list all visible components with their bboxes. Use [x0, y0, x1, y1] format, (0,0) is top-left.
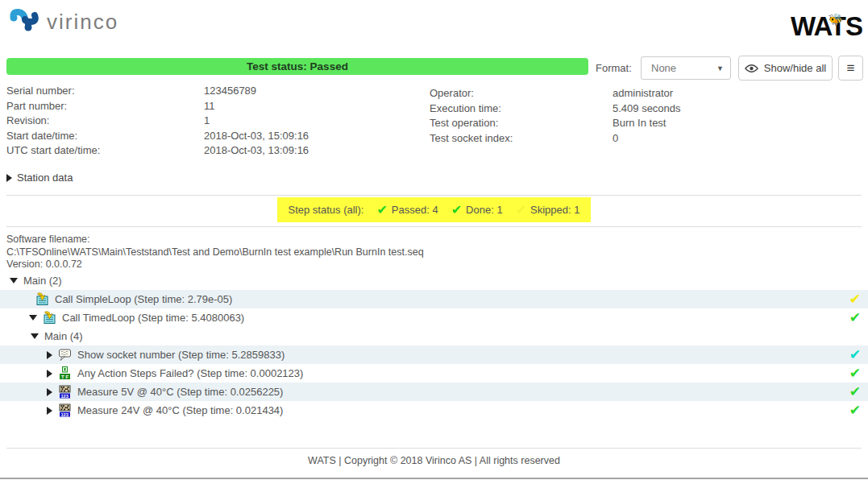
- format-dropdown-value: None: [651, 62, 676, 74]
- numeric-limit-test-icon: 123: [58, 403, 72, 417]
- group-label: Main (4): [44, 330, 83, 342]
- expand-arrow-icon[interactable]: [47, 370, 52, 378]
- sequence-call-icon: [35, 292, 49, 306]
- expand-arrow-icon[interactable]: [47, 407, 52, 415]
- svg-text:123: 123: [61, 394, 69, 399]
- tree-step-any-action-steps-failed[interactable]: T F Any Action Steps Failed? (Step time:…: [0, 364, 868, 383]
- report-page: virinco 🐝 WATS Test status: Passed Forma…: [0, 0, 868, 484]
- status-check-done: ✔: [849, 347, 861, 362]
- start-datetime-label: Start date/time:: [6, 129, 204, 144]
- station-data-label: Station data: [17, 172, 73, 184]
- step-label: Call SimpleLoop (Step time: 2.79e-05): [55, 293, 232, 305]
- format-dropdown[interactable]: None ▼: [641, 56, 731, 80]
- revision-label: Revision:: [6, 114, 204, 129]
- info-row: Execution time:5.409 seconds: [430, 101, 681, 117]
- numeric-limit-test-icon: 123: [58, 385, 72, 399]
- show-hide-all-label: Show/hide all: [764, 62, 826, 74]
- collapse-arrow-icon[interactable]: [10, 278, 18, 283]
- svg-text:123: 123: [61, 412, 69, 417]
- info-row: Test operation:Burn In test: [430, 116, 666, 131]
- step-status-passed: ✔ Passed: 4: [376, 204, 438, 217]
- step-label: Measure 24V @ 40°C (Step time: 0.021434): [77, 404, 283, 416]
- revision-value: 1: [204, 114, 210, 126]
- footer-copyright: WATS | Copyright © 2018 Virinco AS | All…: [0, 455, 868, 466]
- operator-value: administrator: [613, 87, 673, 99]
- format-label: Format:: [596, 62, 632, 74]
- window-bottom-edge: [0, 478, 868, 479]
- test-socket-index-label: Test socket index:: [430, 131, 613, 147]
- info-row: UTC start date/time:2018-Oct-03, 13:09:1…: [6, 143, 309, 159]
- step-tree: Main (2) Call SimpleLoop (Step time: 2.7…: [0, 271, 868, 420]
- expand-arrow-icon[interactable]: [47, 388, 52, 396]
- status-check-passed: ✔: [849, 384, 861, 399]
- software-version: Version: 0.0.0.72: [6, 259, 424, 271]
- show-hide-all-button[interactable]: Show/hide all: [738, 56, 833, 81]
- tree-group-main-2[interactable]: Main (2): [0, 271, 868, 290]
- serial-number-value: 123456789: [204, 85, 256, 97]
- wats-logo: 🐝 WATS: [791, 11, 862, 42]
- check-icon: ✔: [516, 204, 526, 217]
- sequence-call-icon: [43, 311, 56, 325]
- test-status-banner: Test status: Passed: [6, 58, 588, 75]
- tree-step-show-socket-number[interactable]: Show socket number (Step time: 5.2859833…: [0, 345, 868, 364]
- info-row: Serial number:123456789: [6, 84, 256, 99]
- tree-step-measure-24v[interactable]: 123 Measure 24V @ 40°C (Step time: 0.021…: [0, 401, 868, 420]
- software-filename-path: C:\TFSOnline\WATS\Main\Teststand\Test an…: [6, 246, 424, 259]
- menu-button[interactable]: ≡: [838, 56, 863, 81]
- skipped-count: Skipped: 1: [530, 204, 579, 216]
- station-data-expander[interactable]: Station data: [6, 172, 73, 184]
- divider: [6, 448, 862, 449]
- status-check-passed: ✔: [849, 366, 861, 381]
- hamburger-icon: ≡: [847, 60, 855, 77]
- passed-count: Passed: 4: [392, 204, 438, 216]
- check-icon: ✔: [451, 204, 462, 217]
- virinco-logo: virinco: [8, 8, 118, 35]
- step-status-done: ✔ Done: 1: [451, 204, 503, 217]
- tree-step-call-timedloop[interactable]: Call TimedLoop (Step time: 5.4080063) ✔: [0, 308, 868, 327]
- info-row: Start date/time:2018-Oct-03, 15:09:16: [6, 129, 309, 144]
- step-label: Any Action Steps Failed? (Step time: 0.0…: [77, 367, 303, 379]
- step-label: Call TimedLoop (Step time: 5.4080063): [62, 312, 244, 324]
- tree-group-main-4[interactable]: Main (4): [0, 327, 868, 345]
- info-row: Test socket index:0: [430, 131, 618, 147]
- software-info: Software filename: C:\TFSOnline\WATS\Mai…: [6, 234, 424, 271]
- utc-start-datetime-value: 2018-Oct-03, 13:09:16: [204, 144, 309, 156]
- info-row: Operator:administrator: [430, 86, 673, 101]
- test-operation-value: Burn In test: [613, 117, 666, 129]
- status-check-skipped: ✔: [849, 292, 861, 307]
- execution-time-label: Execution time:: [430, 101, 613, 117]
- expand-arrow-icon[interactable]: [47, 351, 52, 359]
- serial-number-label: Serial number:: [6, 84, 204, 99]
- step-label: Show socket number (Step time: 5.2859833…: [77, 349, 284, 361]
- step-status-skipped: ✔ Skipped: 1: [516, 204, 580, 217]
- utc-start-datetime-label: UTC start date/time:: [6, 143, 204, 159]
- virinco-icon: [8, 8, 40, 35]
- svg-text:F: F: [66, 374, 69, 379]
- status-check-passed: ✔: [849, 403, 861, 418]
- step-status-summary: Step status (all): ✔ Passed: 4 ✔ Done: 1…: [277, 197, 592, 222]
- done-count: Done: 1: [466, 204, 503, 216]
- status-check-passed: ✔: [849, 310, 861, 325]
- operator-label: Operator:: [430, 86, 613, 101]
- wats-wordmark: WATS: [791, 11, 862, 41]
- check-icon: ✔: [376, 204, 387, 217]
- pass-fail-test-icon: T F: [58, 366, 72, 380]
- part-number-label: Part number:: [6, 99, 204, 114]
- step-label: Measure 5V @ 40°C (Step time: 0.0256225): [77, 386, 283, 398]
- tree-step-measure-5v[interactable]: 123 Measure 5V @ 40°C (Step time: 0.0256…: [0, 383, 868, 401]
- start-datetime-value: 2018-Oct-03, 15:09:16: [204, 130, 309, 142]
- bee-icon: 🐝: [827, 11, 842, 27]
- test-operation-label: Test operation:: [430, 116, 613, 131]
- expander-arrow-icon: [6, 174, 12, 182]
- chevron-down-icon: ▼: [716, 64, 724, 72]
- divider: [6, 195, 862, 196]
- software-filename-label: Software filename:: [6, 234, 424, 246]
- virinco-wordmark: virinco: [47, 10, 118, 35]
- svg-text:T: T: [61, 374, 64, 379]
- execution-time-value: 5.409 seconds: [613, 102, 681, 114]
- collapse-arrow-icon[interactable]: [31, 333, 39, 339]
- divider: [6, 226, 862, 227]
- info-row: Part number:11: [6, 99, 215, 114]
- tree-step-call-simpleloop[interactable]: Call SimpleLoop (Step time: 2.79e-05) ✔: [0, 290, 868, 308]
- collapse-arrow-icon[interactable]: [29, 315, 37, 321]
